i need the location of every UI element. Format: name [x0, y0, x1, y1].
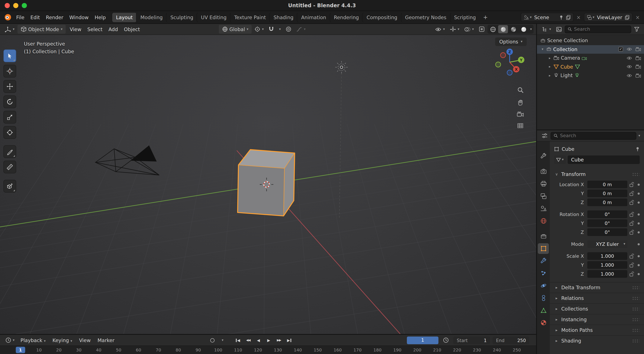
- workspace-tab[interactable]: Modeling: [136, 12, 166, 22]
- outliner-label[interactable]: Scene Collection: [547, 38, 588, 44]
- pin-scene-icon[interactable]: [559, 15, 563, 20]
- camera-view-icon[interactable]: [517, 112, 524, 117]
- workspace-tab[interactable]: Texture Paint: [230, 12, 270, 22]
- transform-value-field[interactable]: 0°: [587, 219, 627, 227]
- workspace-tab[interactable]: Sculpting: [166, 12, 197, 22]
- animate-property-dot[interactable]: [638, 201, 640, 203]
- previous-keyframe-button[interactable]: ◀◀: [244, 336, 253, 345]
- editor-type-button[interactable]: ▾: [2, 25, 17, 33]
- expand-icon[interactable]: ▸: [548, 74, 552, 78]
- timeline-ruler[interactable]: 1020304050607080901001101201301401501601…: [0, 346, 536, 354]
- shading-material-button[interactable]: [508, 25, 518, 33]
- animate-property-dot[interactable]: [638, 192, 640, 194]
- menubar-item[interactable]: Window: [66, 11, 92, 23]
- collapsed-panel-header[interactable]: ▸ Relations: [550, 293, 644, 303]
- close-window-button[interactable]: [5, 3, 10, 8]
- panel-drag-grip-icon[interactable]: [632, 296, 639, 300]
- outliner-search-input[interactable]: [574, 26, 628, 32]
- outliner-row-light[interactable]: ▸ Light: [537, 71, 644, 80]
- panel-drag-grip-icon[interactable]: [632, 172, 639, 176]
- overlays-toggle-button[interactable]: ▾: [462, 26, 476, 33]
- panel-drag-grip-icon[interactable]: [632, 328, 639, 332]
- new-scene-button[interactable]: [566, 15, 570, 20]
- frame-start-field[interactable]: Start1: [453, 336, 490, 344]
- keying-set-dropdown[interactable]: ▾: [218, 336, 227, 345]
- browse-scene-button[interactable]: ▾: [524, 15, 532, 20]
- playhead[interactable]: 1: [16, 347, 25, 353]
- workspace-tab[interactable]: Layout: [112, 12, 136, 22]
- object-id-button[interactable]: ▾: [554, 156, 566, 164]
- transform-value-field[interactable]: 0°: [587, 228, 627, 236]
- hide-in-viewport-toggle[interactable]: [626, 74, 632, 78]
- workspace-tab[interactable]: Animation: [297, 12, 330, 22]
- animate-property-dot[interactable]: [638, 264, 640, 266]
- animate-property-dot[interactable]: [638, 255, 640, 257]
- workspace-tab[interactable]: Compositing: [363, 12, 401, 22]
- lock-icon[interactable]: [630, 221, 634, 226]
- breadcrumb-object-name[interactable]: Cube: [562, 146, 574, 152]
- snapping-options-button[interactable]: ▾: [277, 27, 283, 32]
- auto-keying-toggle[interactable]: [208, 336, 217, 345]
- disable-in-renders-toggle[interactable]: [636, 47, 641, 52]
- playback-menu[interactable]: Playback ▾: [18, 334, 48, 346]
- current-frame-field[interactable]: 1: [407, 336, 438, 344]
- lock-icon[interactable]: [630, 212, 634, 217]
- tool-scale-button[interactable]: [4, 111, 16, 124]
- viewport-menu-item[interactable]: Select: [84, 23, 106, 35]
- transform-value-field[interactable]: 0°: [587, 210, 627, 218]
- menubar-item[interactable]: Render: [43, 11, 66, 23]
- outliner-display-mode-button[interactable]: [554, 26, 564, 33]
- collapsed-panel-header[interactable]: ▸ Motion Paths: [550, 325, 644, 335]
- object-type-visibility-button[interactable]: ▾: [433, 26, 447, 32]
- shading-wireframe-button[interactable]: [488, 25, 498, 33]
- object-properties-tab[interactable]: [538, 243, 549, 254]
- workspace-tab[interactable]: Shading: [270, 12, 297, 22]
- transform-value-field[interactable]: 0 m: [587, 189, 627, 197]
- preview-range-clock-icon[interactable]: [441, 337, 451, 344]
- outliner-row-scene-collection[interactable]: Scene Collection: [537, 36, 644, 45]
- proportional-falloff-select[interactable]: ▾: [294, 26, 308, 33]
- transform-value-field[interactable]: 0 m: [587, 198, 627, 206]
- workspace-tab[interactable]: UV Editing: [197, 12, 230, 22]
- animate-property-dot[interactable]: [638, 243, 640, 245]
- view-menu[interactable]: View: [76, 334, 94, 346]
- gizmos-toggle-button[interactable]: ▾: [448, 25, 462, 33]
- rotation-mode-select[interactable]: XYZ Euler ▾: [587, 240, 627, 248]
- exclude-collection-checkbox[interactable]: ✓: [618, 47, 623, 52]
- animate-property-dot[interactable]: [638, 231, 640, 233]
- scene-properties-tab[interactable]: [538, 203, 549, 214]
- new-viewlayer-button[interactable]: [625, 15, 630, 20]
- zoom-icon[interactable]: [517, 87, 524, 93]
- workspace-tab[interactable]: Geometry Nodes: [401, 12, 450, 22]
- disable-in-renders-toggle[interactable]: [636, 73, 641, 78]
- expand-icon[interactable]: ▸: [548, 65, 552, 69]
- minimize-window-button[interactable]: [13, 3, 18, 8]
- menubar-item[interactable]: Help: [92, 11, 109, 23]
- hide-in-viewport-toggle[interactable]: [626, 56, 632, 60]
- output-properties-tab[interactable]: [538, 178, 549, 189]
- tool-rotate-button[interactable]: [4, 95, 16, 108]
- next-keyframe-button[interactable]: ▶▶: [274, 336, 284, 345]
- viewport-menu-item[interactable]: View: [67, 23, 84, 35]
- animate-property-dot[interactable]: [638, 183, 640, 185]
- transform-orientation-select[interactable]: Global ▾: [218, 25, 252, 34]
- pin-id-icon[interactable]: [636, 147, 640, 152]
- outliner-row-cube[interactable]: ▸ Cube: [537, 62, 644, 71]
- options-button[interactable]: Options ▾: [495, 37, 527, 46]
- proportional-editing-toggle[interactable]: [284, 25, 294, 33]
- 3d-viewport[interactable]: User Perspective (1) Collection | Cube: [0, 35, 536, 334]
- remove-viewlayer-button[interactable]: ×: [634, 14, 640, 20]
- disable-in-renders-toggle[interactable]: [636, 56, 641, 60]
- unlink-scene-button[interactable]: ×: [576, 14, 582, 20]
- render-properties-tab[interactable]: [538, 166, 549, 177]
- world-properties-tab[interactable]: [538, 215, 549, 226]
- keying-menu[interactable]: Keying ▾: [50, 334, 75, 346]
- lock-icon[interactable]: [630, 191, 634, 196]
- viewlayer-name[interactable]: ViewLayer: [597, 14, 622, 20]
- animate-property-dot[interactable]: [638, 222, 640, 224]
- browse-viewlayer-button[interactable]: ▾: [587, 15, 594, 20]
- particle-properties-tab[interactable]: [538, 268, 549, 279]
- pivot-point-select[interactable]: ▾: [253, 25, 266, 33]
- outliner-label[interactable]: Camera: [561, 55, 580, 61]
- object-data-properties-tab[interactable]: [538, 305, 549, 316]
